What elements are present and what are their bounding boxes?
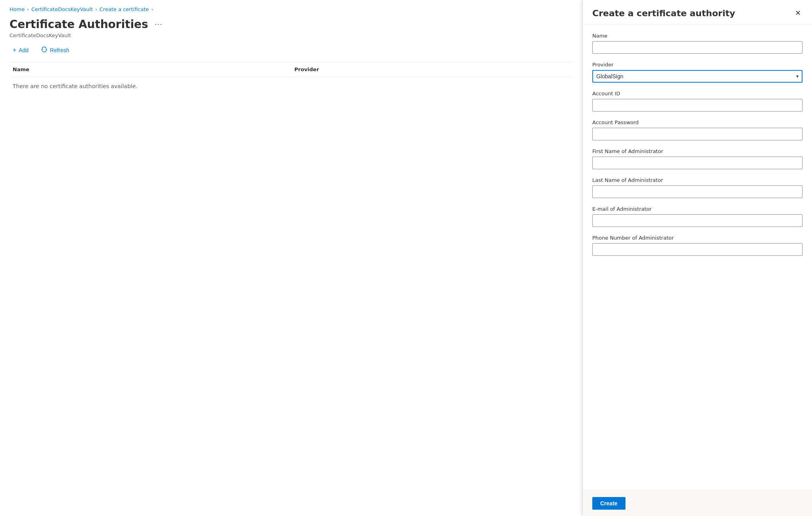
- right-panel-footer: Create: [583, 490, 812, 516]
- breadcrumb: Home › CertificateDocsKeyVault › Create …: [9, 6, 573, 12]
- table-container: Name Provider There are no certificate a…: [9, 62, 573, 96]
- form-group-email: E-mail of Administrator: [592, 206, 803, 227]
- table-empty-message: There are no certificate authorities ava…: [9, 77, 573, 96]
- table-header-name: Name: [9, 66, 291, 72]
- close-button[interactable]: ✕: [793, 8, 803, 18]
- left-panel: Home › CertificateDocsKeyVault › Create …: [0, 0, 583, 516]
- right-panel-title: Create a certificate authority: [592, 8, 735, 18]
- form-group-phone: Phone Number of Administrator: [592, 235, 803, 256]
- table-header-provider: Provider: [291, 66, 573, 72]
- add-button[interactable]: + Add: [9, 45, 32, 55]
- subtitle: CertificateDocsKeyVault: [9, 32, 573, 38]
- account-id-input[interactable]: [592, 99, 803, 112]
- name-label: Name: [592, 33, 803, 39]
- breadcrumb-sep-2: ›: [95, 7, 97, 12]
- form-group-first-name: First Name of Administrator: [592, 148, 803, 169]
- create-button[interactable]: Create: [592, 497, 625, 510]
- last-name-input[interactable]: [592, 185, 803, 198]
- account-password-input[interactable]: [592, 128, 803, 140]
- more-options-button[interactable]: ···: [152, 19, 165, 29]
- breadcrumb-sep-1: ›: [27, 7, 29, 12]
- breadcrumb-home[interactable]: Home: [9, 6, 24, 12]
- account-id-label: Account ID: [592, 91, 803, 96]
- right-panel-header: Create a certificate authority ✕: [583, 0, 812, 25]
- account-password-label: Account Password: [592, 119, 803, 125]
- form-group-account-id: Account ID: [592, 91, 803, 112]
- refresh-label: Refresh: [50, 47, 69, 53]
- form-group-last-name: Last Name of Administrator: [592, 177, 803, 198]
- phone-label: Phone Number of Administrator: [592, 235, 803, 241]
- toolbar: + Add Refresh: [9, 45, 573, 56]
- phone-input[interactable]: [592, 243, 803, 256]
- add-icon: +: [13, 47, 16, 54]
- page-title: Certificate Authorities: [9, 18, 148, 31]
- table-header: Name Provider: [9, 62, 573, 77]
- breadcrumb-sep-3: ›: [151, 7, 153, 12]
- email-label: E-mail of Administrator: [592, 206, 803, 212]
- provider-select-wrapper: GlobalSign DigiCert ▾: [592, 70, 803, 83]
- form-group-name: Name: [592, 33, 803, 54]
- page-title-row: Certificate Authorities ···: [9, 18, 573, 31]
- refresh-icon: [41, 46, 47, 54]
- right-panel-body: Name Provider GlobalSign DigiCert ▾ Acco…: [583, 25, 812, 490]
- right-panel: Create a certificate authority ✕ Name Pr…: [583, 0, 812, 516]
- refresh-button[interactable]: Refresh: [38, 45, 72, 56]
- name-input[interactable]: [592, 41, 803, 54]
- breadcrumb-keyvault[interactable]: CertificateDocsKeyVault: [31, 6, 93, 12]
- first-name-input[interactable]: [592, 157, 803, 169]
- provider-select[interactable]: GlobalSign DigiCert: [592, 70, 803, 83]
- email-input[interactable]: [592, 214, 803, 227]
- add-label: Add: [19, 47, 28, 53]
- breadcrumb-create-cert[interactable]: Create a certificate: [100, 6, 149, 12]
- provider-label: Provider: [592, 62, 803, 68]
- last-name-label: Last Name of Administrator: [592, 177, 803, 183]
- first-name-label: First Name of Administrator: [592, 148, 803, 154]
- form-group-provider: Provider GlobalSign DigiCert ▾: [592, 62, 803, 83]
- form-group-account-password: Account Password: [592, 119, 803, 140]
